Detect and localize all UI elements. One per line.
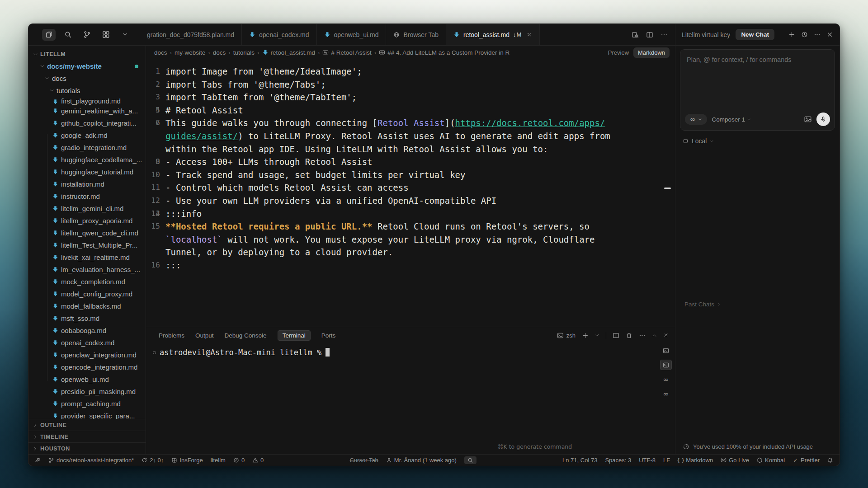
file-installation-md[interactable]: installation.md: [28, 178, 146, 190]
tab-browser-tab[interactable]: Browser Tab: [386, 24, 446, 45]
model-selector[interactable]: ∞: [685, 114, 707, 125]
status-0[interactable]: 0: [233, 457, 245, 464]
editor-line[interactable]: 15**Hosted Retool requires a public URL.…: [146, 220, 675, 233]
folder-docs-my-website[interactable]: docs/my-website: [28, 60, 146, 72]
scrollbar-thumb[interactable]: [664, 188, 671, 189]
status-utf-8[interactable]: UTF-8: [639, 457, 656, 464]
breadcrumb-retool-assist-md[interactable]: retool_assist.md: [262, 49, 315, 56]
editor-line[interactable]: 2import Tabs from '@theme/Tabs';: [146, 78, 675, 91]
activity-search-button[interactable]: [61, 29, 75, 41]
file-google-adk-md[interactable]: google_adk.md: [28, 129, 146, 141]
folder-docs[interactable]: docs: [28, 72, 146, 84]
chat-input[interactable]: Plan, @ for context, / for commands ∞ Co…: [680, 49, 835, 131]
status-bell[interactable]: [827, 457, 833, 463]
editor-line[interactable]: 16:::: [146, 259, 675, 272]
section-houston[interactable]: HOUSTON: [28, 442, 146, 454]
terminal-instance-1[interactable]: [660, 345, 672, 356]
history-clock-icon[interactable]: [801, 31, 808, 38]
status-0[interactable]: 0: [252, 457, 264, 464]
breadcrumb-my-website[interactable]: my-website: [175, 49, 205, 56]
status-2-0[interactable]: 2↓ 0↑: [142, 457, 164, 464]
status-go-live[interactable]: Go Live: [721, 457, 749, 464]
status-cursor-tab[interactable]: Cursor Tab: [350, 457, 378, 464]
activity-chevd-button[interactable]: [118, 29, 132, 41]
split-editor-icon[interactable]: [646, 31, 653, 38]
composer-selector[interactable]: Composer 1: [712, 116, 752, 123]
activity-extensions-button[interactable]: [99, 29, 113, 41]
terminal-instance-2[interactable]: [660, 360, 672, 370]
status-litellm[interactable]: litellm: [211, 457, 226, 464]
chat-title[interactable]: Litellm virtual key: [682, 31, 730, 38]
status-lf[interactable]: LF: [663, 457, 670, 464]
panel-tab-output[interactable]: Output: [195, 332, 214, 339]
past-chats[interactable]: Past Chats: [684, 301, 721, 308]
breadcrumb-docs[interactable]: docs: [213, 49, 226, 56]
file-openweb-ui-md[interactable]: openweb_ui.md: [28, 373, 146, 385]
close-panel-icon[interactable]: [663, 333, 669, 338]
panel-tab-problems[interactable]: Problems: [159, 332, 184, 339]
file-presidio-pii-masking-md[interactable]: presidio_pii_masking.md: [28, 385, 146, 398]
file-huggingface-tutorial-md[interactable]: huggingface_tutorial.md: [28, 166, 146, 178]
editor-line[interactable]: 14:::info: [146, 207, 675, 221]
file-first-playground-md[interactable]: first_playground.md: [28, 97, 146, 105]
editor-line[interactable]: `localhost` will not work. You must expo…: [146, 233, 675, 246]
editor-line[interactable]: Tunnel, or by deploying to a cloud provi…: [146, 246, 675, 259]
file-litellm-test-multiple-pr[interactable]: litellm_Test_Multiple_Pr...: [28, 239, 146, 251]
more-actions-icon[interactable]: [660, 31, 668, 38]
file-huggingface-codellama[interactable]: huggingface_codellama_...: [28, 154, 146, 166]
environment-selector[interactable]: Local: [683, 137, 835, 145]
terminal-instance-4[interactable]: ∞: [660, 389, 672, 399]
breadcrumb-retool-assist[interactable]: # Retool Assist: [322, 49, 371, 56]
split-terminal-icon[interactable]: [613, 332, 619, 339]
activity-files-button[interactable]: [42, 29, 56, 41]
section-outline[interactable]: OUTLINE: [28, 419, 146, 431]
panel-tab-debug-console[interactable]: Debug Console: [225, 332, 267, 339]
breadcrumb-tutorials[interactable]: tutorials: [233, 49, 255, 56]
section-timeline[interactable]: TIMELINE: [28, 431, 146, 442]
status-markdown[interactable]: { }Markdown: [678, 457, 713, 464]
status-mr-nand-1-week-ago[interactable]: Mr. Ånand (1 week ago): [386, 457, 457, 464]
panel-tab-ports[interactable]: Ports: [321, 332, 336, 339]
status-insforge[interactable]: InsForge: [171, 457, 203, 464]
terminal-viewport[interactable]: astrodevil@Astro-Mac-mini litellm %: [146, 343, 675, 454]
file-openclaw-integration-md[interactable]: openclaw_integration.md: [28, 349, 146, 361]
editor-line[interactable]: 11- Control which models Retool Assist c…: [146, 181, 675, 194]
terminal-instance-3[interactable]: ∞: [660, 374, 672, 385]
more-icon[interactable]: [639, 332, 646, 339]
tab-openweb-ui-md[interactable]: openweb_ui.md: [317, 24, 387, 45]
breadcrumb-docs[interactable]: docs: [154, 49, 167, 56]
editor-line[interactable]: 12- Use your own LLM providers via a uni…: [146, 194, 675, 207]
status-magnifier[interactable]: [464, 456, 476, 464]
tab-retool-assist-md[interactable]: retool_assist.md↓M: [446, 24, 540, 45]
file-model-config-proxy-md[interactable]: model_config_proxy.md: [28, 288, 146, 300]
file-instructor-md[interactable]: instructor.md: [28, 190, 146, 202]
editor-line[interactable]: 7This guide walks you through connecting…: [146, 117, 675, 130]
mic-button[interactable]: [816, 113, 830, 126]
file-openai-codex-md[interactable]: openai_codex.md: [28, 337, 146, 349]
file-gemini-realtime-with-a[interactable]: gemini_realtime_with_a...: [28, 105, 146, 117]
close-panel-icon[interactable]: [826, 31, 833, 38]
kill-terminal-icon[interactable]: [626, 332, 632, 339]
status-tools[interactable]: [35, 457, 41, 463]
file-oobabooga-md[interactable]: oobabooga.md: [28, 324, 146, 337]
breadcrumb-4-add-litellm-as-a-custom-provider-in-r[interactable]: ## 4. Add LiteLLM as a Custom Provider i…: [379, 49, 509, 56]
new-terminal-icon[interactable]: [582, 332, 589, 339]
preview-button[interactable]: Preview: [608, 49, 629, 56]
file-livekit-xai-realtime-md[interactable]: livekit_xai_realtime.md: [28, 251, 146, 263]
file-litellm-gemini-cli-md[interactable]: litellm_gemini_cli.md: [28, 202, 146, 215]
editor-line[interactable]: guides/assist/) to LiteLLM Proxy. Retool…: [146, 130, 675, 143]
status-docs-retool-assist-integration[interactable]: docs/retool-assist-integration*: [48, 457, 134, 464]
close-tab-icon[interactable]: [526, 32, 532, 38]
more-icon[interactable]: [814, 31, 821, 38]
new-chat-tab[interactable]: New Chat: [736, 29, 774, 40]
file-mock-completion-md[interactable]: mock_completion.md: [28, 276, 146, 288]
terminal-dropdown-icon[interactable]: [595, 333, 599, 338]
editor-line[interactable]: 5# Retool Assist: [146, 104, 675, 117]
tab-openai-codex-md[interactable]: openai_codex.md: [242, 24, 317, 45]
tab-gration-doc-d075fd58-plan-md[interactable]: gration_doc_d075fd58.plan.md: [146, 24, 242, 45]
attach-image-icon[interactable]: [804, 115, 812, 123]
editor-line[interactable]: 9- Access 100+ LLMs through Retool Assis…: [146, 155, 675, 169]
editor-line[interactable]: 1import Image from '@theme/IdealImage';: [146, 65, 675, 78]
file-prompt-caching-md[interactable]: prompt_caching.md: [28, 398, 146, 410]
explorer-section-litellm[interactable]: LITELLM: [28, 48, 146, 60]
